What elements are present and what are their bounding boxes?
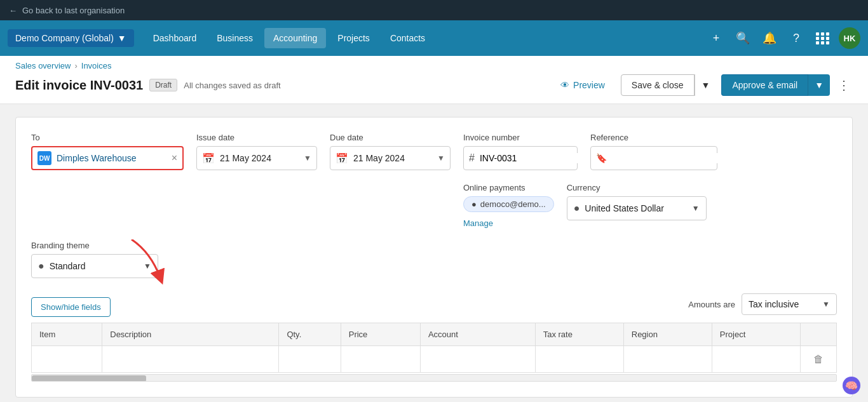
draft-badge: Draft [149, 79, 177, 91]
approve-email-dropdown-button[interactable]: ▼ [808, 74, 830, 96]
reference-input[interactable] [612, 153, 723, 163]
branding-icon: ● [38, 260, 44, 272]
tax-inclusive-value: Tax inclusive [749, 299, 817, 309]
grid-icon[interactable] [812, 27, 834, 49]
branding-theme-group: Branding theme ● Standard ▼ [31, 241, 158, 278]
form-row-1: To DW Dimples Warehouse × Issue date 📅 2… [31, 133, 837, 170]
brand-label: Demo Company (Global) [15, 33, 114, 43]
saved-text: All changes saved as draft [184, 81, 280, 90]
due-date-chevron-icon: ▼ [437, 154, 445, 163]
brand-chevron-icon: ▼ [118, 33, 126, 43]
to-name: Dimples Warehouse [57, 153, 166, 163]
currency-icon: ● [574, 203, 580, 214]
issue-date-value: 21 May 2024 [220, 153, 299, 163]
calendar-icon-2: 📅 [336, 152, 348, 164]
to-label: To [31, 133, 184, 142]
items-table-container: Item Description Qty. Price Account Tax … [31, 320, 837, 382]
nav-business[interactable]: Business [208, 28, 262, 48]
add-icon[interactable]: + [705, 27, 727, 49]
cell-tax-rate[interactable] [535, 346, 623, 373]
scrollbar-thumb[interactable] [32, 375, 146, 382]
avatar[interactable]: HK [839, 27, 860, 49]
nav-accounting[interactable]: Accounting [264, 28, 326, 48]
col-header-actions [800, 323, 836, 346]
currency-value: United States Dollar [585, 203, 686, 213]
cell-account[interactable] [420, 346, 535, 373]
items-table: Item Description Qty. Price Account Tax … [31, 323, 837, 373]
back-label[interactable]: Go back to last organisation [22, 6, 125, 15]
tax-inclusive-select[interactable]: Tax inclusive ▼ [742, 293, 837, 315]
delete-row-button[interactable]: 🗑 [808, 354, 829, 365]
brand-switcher[interactable]: Demo Company (Global) ▼ [8, 29, 134, 47]
reference-group: Reference 🔖 [590, 133, 717, 170]
form-row-2: Online payments ● democo@demo... Manage … [31, 183, 837, 278]
due-date-label: Due date [330, 133, 451, 142]
amounts-are-label: Amounts are [688, 300, 735, 309]
save-close-group: Save & close ▼ [621, 74, 717, 96]
top-banner: ← Go back to last organisation [0, 0, 868, 20]
cell-item[interactable] [32, 346, 102, 373]
hash-icon: # [469, 152, 475, 164]
currency-select[interactable]: ● United States Dollar ▼ [567, 196, 707, 220]
save-close-button[interactable]: Save & close [621, 74, 695, 96]
due-date-group: Due date 📅 21 May 2024 ▼ [330, 133, 451, 170]
horizontal-scrollbar[interactable] [31, 374, 837, 382]
cell-region[interactable] [623, 346, 712, 373]
cell-description[interactable] [102, 346, 279, 373]
approve-email-group: Approve & email ▼ [721, 74, 830, 96]
branding-chevron-icon: ▼ [144, 262, 151, 271]
nav-dashboard[interactable]: Dashboard [144, 28, 206, 48]
issue-date-field[interactable]: 📅 21 May 2024 ▼ [196, 146, 317, 170]
currency-group: Currency ● United States Dollar ▼ [567, 183, 707, 220]
manage-link[interactable]: Manage [463, 218, 554, 228]
to-clear-icon[interactable]: × [172, 153, 177, 163]
tax-chevron-icon: ▼ [822, 300, 830, 309]
col-header-region: Region [623, 323, 712, 346]
help-icon[interactable]: ? [785, 27, 807, 49]
to-field[interactable]: DW Dimples Warehouse × [31, 146, 184, 170]
calendar-icon: 📅 [202, 152, 215, 164]
nav-projects[interactable]: Projects [329, 28, 379, 48]
search-icon[interactable]: 🔍 [732, 27, 754, 49]
reference-field[interactable]: 🔖 [590, 146, 717, 170]
approve-email-button[interactable]: Approve & email [721, 74, 808, 96]
branding-theme-select[interactable]: ● Standard ▼ [31, 254, 158, 278]
breadcrumb-parent[interactable]: Sales overview [15, 61, 71, 70]
nav-contacts[interactable]: Contacts [381, 28, 434, 48]
currency-label: Currency [567, 183, 707, 192]
back-arrow-icon: ← [9, 6, 17, 15]
issue-date-label: Issue date [196, 133, 317, 142]
page-title: Edit invoice INV-0031 [15, 78, 143, 93]
col-header-qty: Qty. [279, 323, 341, 346]
bookmark-icon: 🔖 [596, 153, 607, 163]
ai-assistant-icon[interactable]: 🧠 [843, 377, 860, 394]
save-close-dropdown-button[interactable]: ▼ [695, 74, 717, 96]
invoice-number-label: Invoice number [463, 133, 578, 142]
cell-price[interactable] [341, 346, 420, 373]
cell-delete[interactable]: 🗑 [800, 346, 836, 373]
more-options-button[interactable]: ⋮ [835, 77, 853, 93]
tag-icon: ● [471, 199, 477, 209]
preview-button[interactable]: 👁 Preview [550, 74, 616, 96]
bell-icon[interactable]: 🔔 [759, 27, 780, 49]
cell-qty[interactable] [279, 346, 341, 373]
invoice-number-input[interactable] [480, 153, 591, 163]
cell-project[interactable] [712, 346, 800, 373]
invoice-number-field[interactable]: # [463, 146, 578, 170]
breadcrumb-current[interactable]: Invoices [81, 61, 112, 70]
issue-date-chevron-icon: ▼ [304, 154, 311, 163]
show-hide-button[interactable]: Show/hide fields [31, 297, 111, 317]
eye-icon: 👁 [560, 80, 569, 90]
to-field-group: To DW Dimples Warehouse × [31, 133, 184, 170]
main-content: To DW Dimples Warehouse × Issue date 📅 2… [0, 104, 868, 402]
page-actions: 👁 Preview Save & close ▼ Approve & email… [550, 74, 853, 96]
branding-theme-value: Standard [50, 261, 139, 271]
col-header-project: Project [712, 323, 800, 346]
online-payments-tag: ● democo@demo... [463, 196, 554, 212]
table-header-row: Item Description Qty. Price Account Tax … [32, 323, 837, 346]
due-date-field[interactable]: 📅 21 May 2024 ▼ [330, 146, 451, 170]
col-header-item: Item [32, 323, 102, 346]
to-avatar: DW [37, 151, 51, 165]
page-header: Sales overview › Invoices Edit invoice I… [0, 56, 868, 104]
col-header-price: Price [341, 323, 420, 346]
